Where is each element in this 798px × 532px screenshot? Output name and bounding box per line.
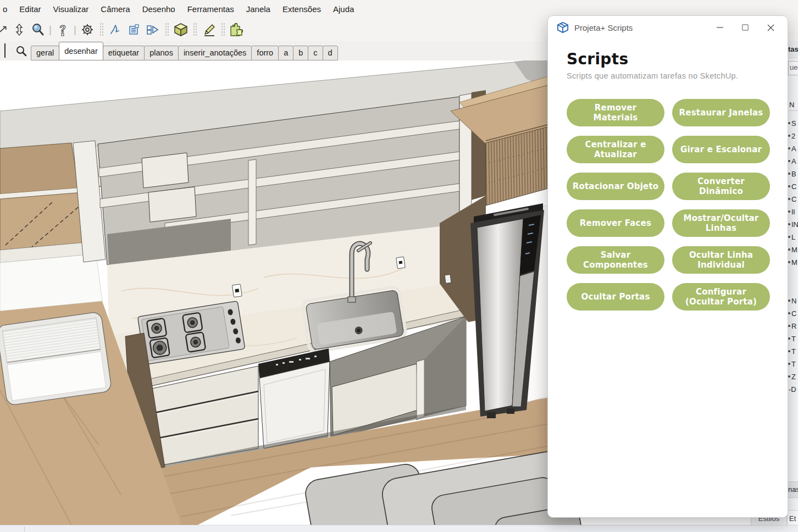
tag-row[interactable]: L — [788, 231, 798, 243]
tag-row[interactable]: 2 — [788, 130, 798, 142]
menu-item-camera[interactable]: Câmera — [95, 1, 136, 17]
tab-c[interactable]: c — [308, 46, 323, 60]
tag-row[interactable]: Il — [788, 206, 798, 218]
menu-item-ajuda[interactable]: Ajuda — [327, 1, 360, 17]
row-label: R — [791, 322, 796, 330]
menu-item-ferramentas[interactable]: Ferramentas — [181, 1, 240, 17]
close-icon[interactable] — [758, 18, 783, 37]
row-label: Z — [791, 373, 796, 381]
tag-visibility-dot — [788, 135, 790, 137]
tab-desenhar[interactable]: desenhar — [59, 42, 103, 60]
tab-d[interactable]: d — [323, 46, 338, 60]
tag-visibility-dot — [788, 122, 790, 124]
menu-item-desenho[interactable]: Desenho — [136, 1, 181, 17]
outliner-row[interactable]: Z — [788, 370, 798, 383]
scene-search-icon[interactable] — [12, 41, 31, 60]
row-icon — [788, 300, 790, 302]
component-exchange-icon[interactable] — [143, 20, 162, 39]
tag-label: A — [791, 145, 796, 153]
box-3d-icon[interactable] — [171, 20, 190, 39]
entity-info-icon[interactable] — [125, 20, 143, 39]
ocultar-portas-button[interactable]: Ocultar Portas — [567, 283, 664, 311]
maximize-icon[interactable] — [733, 18, 758, 37]
outliner-row[interactable]: R — [788, 320, 798, 332]
select-hand-icon[interactable] — [106, 20, 125, 39]
menu-item-arquivo-truncated[interactable]: o — [0, 1, 13, 17]
outliner-row[interactable]: T — [788, 345, 798, 357]
wall-outlet — [232, 284, 242, 297]
updown-arrow-icon[interactable] — [10, 20, 29, 39]
right-tray-strip: tas ue N S 2 A A B C C Il IN L M M N C R… — [787, 41, 798, 525]
tags-filter-input[interactable]: ue — [788, 61, 798, 75]
dialog-body: Scripts Scripts que automatizam tarefas … — [567, 50, 771, 311]
row-label: N — [791, 297, 796, 305]
help-icon[interactable]: ? — [53, 20, 72, 39]
salvar-componentes-button[interactable]: Salvar Componentes — [567, 246, 664, 274]
tag-label: B — [791, 170, 796, 178]
scripts-heading: Scripts — [567, 50, 771, 68]
island-sink — [0, 312, 112, 406]
toolbar-grip[interactable] — [193, 23, 197, 37]
outliner-row[interactable]: C — [788, 307, 798, 319]
tag-row[interactable]: A — [788, 142, 798, 154]
menu-item-extensoes[interactable]: Extensões — [276, 1, 327, 17]
remover-faces-button[interactable]: Remover Faces — [567, 209, 664, 237]
converter-dinamico-button[interactable]: Converter Dinâmico — [672, 173, 770, 200]
zoom-icon[interactable] — [29, 20, 47, 39]
tab-geral[interactable]: geral — [31, 46, 59, 60]
dialog-title-bar[interactable]: Projeta+ Scripts — [548, 16, 788, 39]
status-bar — [0, 525, 798, 532]
tab-forro[interactable]: forro — [251, 46, 279, 60]
tag-row[interactable]: C — [788, 193, 798, 205]
wall-outlet — [396, 257, 406, 269]
outliner-row[interactable]: T — [788, 332, 798, 345]
settings-gear-icon[interactable] — [78, 20, 97, 39]
tab-etiquetar[interactable]: etiquetar — [103, 46, 145, 60]
toolbar-grip[interactable] — [99, 23, 103, 37]
row-label: C — [791, 309, 796, 318]
tag-row[interactable]: M — [788, 243, 798, 256]
left-wood-ledge — [0, 141, 106, 311]
tab-b[interactable]: b — [293, 46, 308, 60]
tag-row[interactable]: C — [788, 180, 798, 192]
girar-e-escalonar-button[interactable]: Girar e Escalonar — [672, 136, 770, 163]
outliner-row[interactable]: N — [788, 295, 798, 307]
window-controls — [707, 18, 788, 37]
extensions-puzzle-icon[interactable] — [228, 20, 246, 39]
pan-arrow-icon[interactable] — [0, 20, 10, 39]
tag-row[interactable]: A — [788, 155, 798, 167]
menu-item-janela[interactable]: Janela — [240, 1, 276, 17]
tag-row[interactable]: B — [788, 168, 798, 180]
tag-visibility-dot — [788, 173, 790, 175]
restaurar-janelas-button[interactable]: Restaurar Janelas — [672, 99, 770, 126]
tab-inserir-anotacoes[interactable]: inserir_anotações — [178, 46, 252, 60]
tag-visibility-dot — [788, 261, 790, 263]
tray-tab-etiquetas[interactable]: Et — [788, 510, 798, 525]
row-label: T — [791, 335, 796, 343]
menu-item-visualizar[interactable]: Visualizar — [47, 1, 95, 17]
tab-a[interactable]: a — [278, 46, 293, 60]
configurar-ocultar-porta-button[interactable]: Configurar (Ocultar Porta) — [672, 283, 770, 311]
outliner-row[interactable]: -D — [788, 383, 798, 395]
toolbar-grip[interactable] — [165, 23, 169, 37]
tab-planos[interactable]: planos — [144, 46, 179, 60]
toolbar-separator: | — [72, 24, 78, 36]
rotacionar-objeto-button[interactable]: Rotacionar Objeto — [567, 173, 664, 200]
tags-panel-header: tas — [788, 41, 798, 58]
outliner-row[interactable]: T — [788, 358, 798, 370]
minimize-icon[interactable] — [707, 18, 733, 37]
tag-row[interactable]: IN — [788, 218, 798, 230]
centralizar-e-atualizar-button[interactable]: Centralizar e Atualizar — [567, 136, 664, 163]
mostrar-ocultar-linhas-button[interactable]: Mostrar/Ocultar Linhas — [672, 209, 770, 237]
remover-materiais-button[interactable]: Remover Materiais — [567, 99, 664, 126]
tag-label: L — [791, 233, 795, 241]
row-icon — [788, 350, 790, 352]
tag-row[interactable]: M — [788, 256, 798, 268]
menu-item-editar[interactable]: Editar — [13, 1, 47, 17]
ocultar-linha-individual-button[interactable]: Ocultar Linha Individual — [672, 246, 770, 274]
pencil-icon[interactable] — [199, 20, 218, 39]
tag-row[interactable]: S — [788, 117, 798, 129]
row-label: -D — [789, 385, 796, 394]
toolbar-grip[interactable] — [221, 23, 225, 37]
dialog-title: Projeta+ Scripts — [574, 23, 633, 32]
